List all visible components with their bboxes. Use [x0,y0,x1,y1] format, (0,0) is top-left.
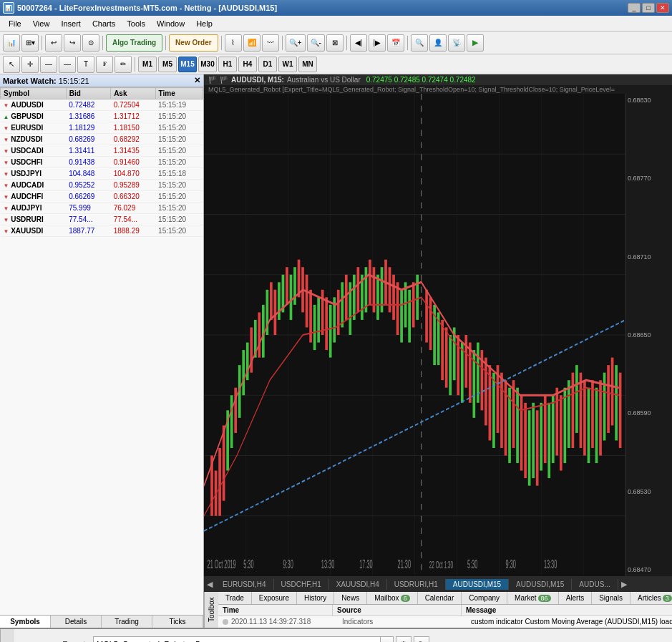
term-tab-signals[interactable]: Signals [592,592,630,604]
symbol-time: 15:15:20 [155,134,203,145]
tf-h1[interactable]: H1 [218,57,237,72]
crosshair-tool[interactable]: ✛ [21,56,39,73]
text-tool[interactable]: T [77,56,94,73]
menu-insert[interactable]: Insert [55,18,87,29]
term-tab-news[interactable]: News [334,592,367,604]
mw-tab-trading[interactable]: Trading [102,616,152,628]
new-order-button[interactable]: New Order [169,34,218,52]
close-button[interactable]: ✕ [656,3,669,13]
chart-tab-4[interactable]: AUDUSDI,M15 [446,579,509,590]
chart-type-1[interactable]: ⌇ [225,34,242,52]
tf-m5[interactable]: M5 [158,57,177,72]
undo-button[interactable]: ↩ [45,34,62,52]
redo-button[interactable]: ↪ [64,34,81,52]
tf-m15[interactable]: M15 [178,57,197,72]
market-watch-row[interactable]: ▼ USDJPYI 104.848 104.870 15:15:18 [1,168,203,180]
period-sep[interactable]: 📅 [387,34,404,52]
expert-input[interactable] [93,636,381,642]
term-tab-company[interactable]: Company [462,592,507,604]
signal-button[interactable]: 📡 [448,34,465,52]
expert-settings-icon[interactable]: ⚙ [396,636,412,642]
toolbox-label[interactable]: Toolbox [204,592,218,628]
expert-refresh-icon[interactable]: ↻ [414,636,429,642]
term-tab-alerts[interactable]: Alerts [559,592,593,604]
zoom-fit[interactable]: ⊠ [326,34,344,52]
expert-dropdown-btn[interactable]: ▼ [381,636,394,642]
mw-tab-ticks[interactable]: Ticks [152,616,203,628]
market-watch-row[interactable]: ▼ USDCHFI 0.91438 0.91460 15:15:20 [1,157,203,168]
tf-m30[interactable]: M30 [198,57,217,72]
market-watch-row[interactable]: ▼ AUDUSDI 0.72482 0.72504 15:15:19 [1,99,203,111]
chart-tab-0[interactable]: EURUSDI,H4 [215,579,274,590]
mw-tab-details[interactable]: Details [51,616,102,628]
terminal-content: Trade Exposure History News Mailbox6 Cal… [218,592,672,628]
chart-type-2[interactable]: 📶 [243,34,260,52]
tf-mn[interactable]: MN [298,57,317,72]
symbol-name: NZDUSDI [11,135,42,143]
zoom-in[interactable]: 🔍+ [286,34,306,52]
symbol-name: GBPUSDI [11,112,44,120]
market-watch-row[interactable]: ▼ EURUSDI 1.18129 1.18150 15:15:20 [1,122,203,134]
mw-tab-symbols[interactable]: Symbols [0,616,51,628]
chart-tab-1[interactable]: USDCHF,H1 [274,579,329,590]
market-button[interactable]: ▶ [467,34,484,52]
chart-type-3[interactable]: 〰 [262,34,279,52]
chart-tab-5[interactable]: AUDUSDI,M15 [509,579,572,590]
market-watch-row[interactable]: ▼ USDCADI 1.31411 1.31435 15:15:20 [1,145,203,157]
chart-flag-icon: 🏴 [208,76,217,84]
menu-file[interactable]: File [3,18,27,29]
new-chart-button[interactable]: 📊 [3,34,20,52]
line-tool[interactable]: — [40,56,57,73]
menu-charts[interactable]: Charts [87,18,121,29]
chart-tab-2[interactable]: XAUUSDI,H4 [329,579,387,590]
market-watch-row[interactable]: ▼ AUDJPYI 75.999 76.029 15:15:20 [1,203,203,214]
symbol-bid: 0.72482 [66,99,110,111]
tf-m1[interactable]: M1 [138,57,157,72]
minimize-button[interactable]: _ [628,3,641,13]
term-tab-market[interactable]: Market86 [507,592,559,604]
menu-tools[interactable]: Tools [121,18,151,29]
market-watch-close[interactable]: ✕ [194,76,200,85]
market-watch-row[interactable]: ▼ AUDCADI 0.95252 0.95289 15:15:20 [1,180,203,191]
tf-w1[interactable]: W1 [278,57,297,72]
scroll-left[interactable]: ◀| [350,34,367,52]
log-source: Indicators [342,618,471,626]
auto-scroll[interactable]: ⊙ [82,34,99,52]
algo-trading-button[interactable]: Algo Trading [106,34,162,52]
tf-h4[interactable]: H4 [238,57,257,72]
scroll-right[interactable]: |▶ [369,34,386,52]
menu-help[interactable]: Help [190,18,218,29]
market-watch-row[interactable]: ▼ USDRURI 77.54... 77.54... 15:15:20 [1,214,203,225]
market-watch-row[interactable]: ▼ AUDCHFI 0.66269 0.66320 15:15:20 [1,191,203,203]
chart-area[interactable]: 🏴 🏴 AUDUSDI, M15: Australian vs US Dolla… [204,74,672,592]
draw-tool[interactable]: ✏ [115,56,132,73]
tf-d1[interactable]: D1 [258,57,277,72]
chart-tab-3[interactable]: USDRURI,H1 [387,579,446,590]
menu-window[interactable]: Window [151,18,190,29]
chart-tab-prev[interactable]: ◀ [204,580,215,589]
term-tab-exposure[interactable]: Exposure [252,592,297,604]
search-button[interactable]: 🔍 [411,34,428,52]
hline-tool[interactable]: — [59,56,76,73]
cursor-tool[interactable]: ↖ [3,56,20,73]
chart-tab-next[interactable]: ▶ [618,580,630,589]
term-tab-articles[interactable]: Articles3 [630,592,672,604]
market-watch-row[interactable]: ▼ NZDUSDI 0.68269 0.68292 15:15:20 [1,134,203,145]
menu-view[interactable]: View [27,18,56,29]
svg-text:9:30: 9:30 [506,558,516,571]
chart-tab-6[interactable]: AUDUS... [572,579,618,590]
term-tab-calendar[interactable]: Calendar [418,592,462,604]
zoom-out[interactable]: 🔍- [307,34,325,52]
fibo-tool[interactable]: 𝐅 [96,56,113,73]
market-watch-row[interactable]: ▼ XAUUSDI 1887.77 1888.29 15:15:20 [1,225,203,237]
log-message: custom indicator Custom Moving Average (… [471,618,672,626]
term-tab-mailbox[interactable]: Mailbox6 [367,592,417,604]
account-button[interactable]: 👤 [429,34,447,52]
term-tab-trade[interactable]: Trade [218,592,252,604]
strategy-tester-side-label[interactable]: Strategy Tester [0,629,14,642]
maximize-button[interactable]: □ [642,3,655,13]
profiles-button[interactable]: ⊞▾ [21,34,39,52]
term-tab-history[interactable]: History [297,592,334,604]
chart-canvas[interactable]: 21 Oct 2019 5:30 9:30 13:30 17:30 21:30 … [204,94,625,576]
market-watch-row[interactable]: ▲ GBPUSDI 1.31686 1.31712 15:15:20 [1,111,203,122]
